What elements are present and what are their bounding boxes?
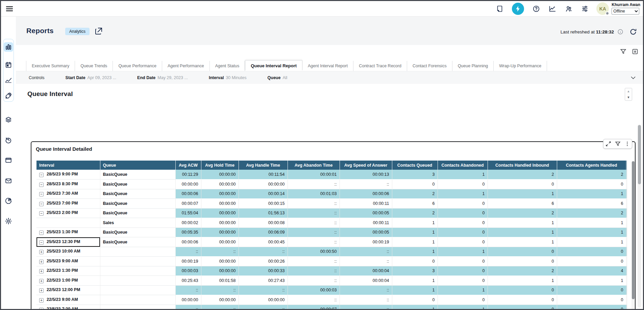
value-cell[interactable]: 00:05:35 [175, 228, 201, 237]
value-cell[interactable]: 0 [438, 199, 488, 209]
value-cell[interactable]: 2 [392, 208, 438, 218]
value-cell[interactable]: 3 [392, 170, 438, 180]
value-cell[interactable]: 00:00:13 [340, 170, 392, 180]
queue-cell[interactable] [100, 247, 175, 257]
value-cell[interactable]: 0 [557, 295, 626, 305]
expand-row-icon[interactable]: + [39, 298, 44, 303]
collapse-row-icon[interactable]: − [39, 240, 44, 245]
quick-actions-icon[interactable] [512, 3, 524, 15]
value-cell[interactable]: 1 [488, 237, 557, 247]
value-cell[interactable]: 00:00:00 [201, 257, 239, 266]
value-cell[interactable]: 00:00:26 [239, 257, 288, 266]
value-cell[interactable]: 00:06:09 [239, 228, 288, 237]
sidebar-pie-icon[interactable] [4, 196, 13, 205]
tab-agent-status[interactable]: Agent Status [210, 61, 245, 71]
column-header-contacts-queued[interactable]: Contacts Queued [392, 161, 438, 170]
column-header-avg-hold-time[interactable]: Avg Hold Time [201, 161, 239, 170]
value-cell[interactable]: :: [239, 305, 288, 310]
value-cell[interactable]: 1 [557, 218, 626, 228]
canvas-scrollbar[interactable] [638, 124, 641, 308]
external-link-icon[interactable] [95, 27, 103, 35]
value-cell[interactable]: 1 [392, 285, 438, 295]
collapse-row-icon[interactable]: − [39, 231, 44, 235]
value-cell[interactable]: :: [340, 285, 392, 295]
value-cell[interactable]: 0 [488, 285, 557, 295]
value-cell[interactable]: 1 [438, 170, 488, 180]
collapse-row-icon[interactable]: − [39, 192, 44, 196]
value-cell[interactable]: 00:00:00 [201, 208, 239, 218]
tab-executive-summary[interactable]: Executive Summary [26, 61, 75, 71]
value-cell[interactable]: :: [340, 257, 392, 266]
value-cell[interactable]: 00:00:06 [175, 189, 201, 199]
value-cell[interactable]: :: [175, 247, 201, 257]
value-cell[interactable]: 1 [488, 189, 557, 199]
value-cell[interactable]: 0 [488, 257, 557, 266]
interval-cell[interactable]: +22/5/23 7:30 AM [36, 305, 100, 310]
value-cell[interactable] [626, 266, 627, 276]
value-cell[interactable] [626, 189, 627, 199]
tab-queue-interval-report[interactable]: Queue Interval Report [245, 60, 302, 70]
interval-cell[interactable]: +22/5/23 12:00 PM [36, 285, 100, 295]
value-cell[interactable]: 0 [557, 305, 626, 310]
value-cell[interactable]: 00:00:08 [239, 218, 288, 228]
value-cell[interactable]: 1 [557, 276, 626, 286]
queue-cell[interactable] [100, 257, 175, 266]
expand-row-icon[interactable]: + [39, 279, 44, 283]
sidebar-gear-icon[interactable] [4, 217, 13, 225]
value-cell[interactable] [626, 247, 627, 257]
value-cell[interactable]: 00:00:33 [239, 266, 288, 276]
refresh-icon[interactable] [629, 28, 637, 35]
value-cell[interactable]: 0 [557, 285, 626, 295]
value-cell[interactable]: :: [288, 180, 340, 189]
preferences-icon[interactable] [581, 5, 589, 13]
value-cell[interactable]: 0 [438, 218, 488, 228]
download-icon[interactable] [632, 48, 638, 55]
value-cell[interactable]: 2 [557, 170, 626, 180]
value-cell[interactable]: 00:00:00 [201, 199, 239, 209]
expand-row-icon[interactable]: + [39, 250, 44, 254]
control-queue[interactable]: QueueAll [268, 75, 288, 80]
value-cell[interactable] [626, 276, 627, 286]
value-cell[interactable]: 0 [392, 295, 438, 305]
interval-cell[interactable]: +22/5/23 1:30 PM [36, 266, 100, 276]
value-cell[interactable]: :: [288, 276, 340, 286]
value-cell[interactable]: 1 [438, 247, 488, 257]
column-header-co[interactable]: Co [626, 161, 627, 170]
queue-cell[interactable] [100, 295, 175, 305]
value-cell[interactable]: 00:27:43 [239, 276, 288, 286]
value-cell[interactable]: 00:00:14 [239, 189, 288, 199]
value-cell[interactable]: 6 [488, 199, 557, 209]
value-cell[interactable]: 0 [557, 247, 626, 257]
value-cell[interactable] [626, 170, 627, 180]
value-cell[interactable]: :: [288, 295, 340, 305]
value-cell[interactable]: 00:11:29 [175, 170, 201, 180]
table-vscroll-thumb[interactable] [632, 161, 635, 299]
column-header-avg-handle-time[interactable]: Avg Handle Time [239, 161, 288, 170]
queue-cell[interactable]: BasicQueue [100, 170, 175, 180]
value-cell[interactable]: :: [288, 266, 340, 276]
value-cell[interactable]: 00:00:06 [175, 237, 201, 247]
value-cell[interactable]: :: [340, 180, 392, 189]
column-header-avg-acw[interactable]: Avg ACW [175, 161, 201, 170]
value-cell[interactable]: :: [288, 199, 340, 209]
value-cell[interactable]: 00:00:07 [288, 305, 340, 310]
notes-icon[interactable] [496, 5, 504, 13]
value-cell[interactable]: 00:00:11 [340, 199, 392, 209]
value-cell[interactable]: 00:00:00 [201, 295, 239, 305]
queue-cell[interactable]: BasicQueue [100, 237, 175, 247]
filter-icon[interactable] [620, 48, 626, 55]
spinner-down-icon[interactable]: ▼ [625, 94, 632, 100]
tab-queue-trends[interactable]: Queue Trends [75, 61, 113, 71]
value-cell[interactable]: 00:00:04 [340, 276, 392, 286]
value-cell[interactable]: 0 [557, 257, 626, 266]
value-cell[interactable]: :: [239, 247, 288, 257]
tab-wrap-up-performance[interactable]: Wrap-Up Performance [494, 61, 547, 71]
value-cell[interactable]: 01:56:13 [239, 208, 288, 218]
value-cell[interactable]: 00:00:50 [288, 247, 340, 257]
sidebar-barchart-icon[interactable] [4, 42, 13, 52]
value-cell[interactable]: 1 [488, 276, 557, 286]
value-cell[interactable] [626, 199, 627, 209]
value-cell[interactable]: 0 [488, 247, 557, 257]
value-cell[interactable]: :: [201, 285, 239, 295]
interval-cell[interactable]: −25/5/23 7:00 PM [36, 199, 100, 209]
